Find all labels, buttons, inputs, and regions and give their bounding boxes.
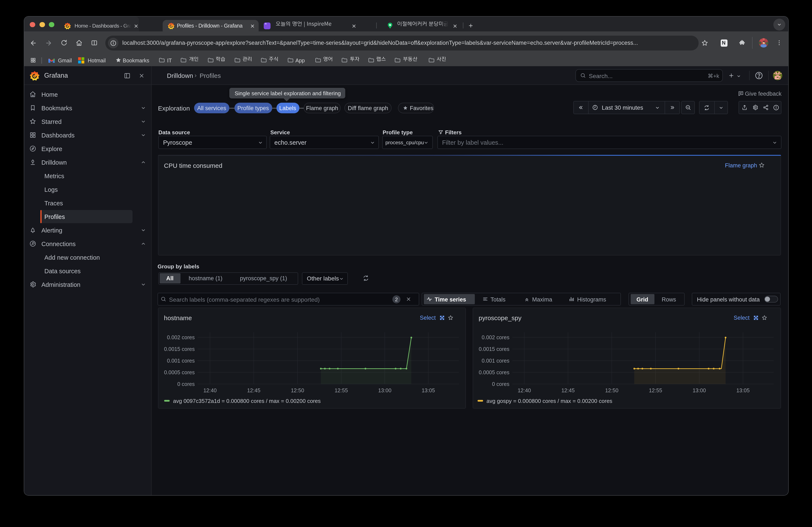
svg-text:0.0005 cores: 0.0005 cores (164, 370, 194, 375)
svg-text:12:55: 12:55 (649, 387, 662, 393)
svg-text:0.001 cores: 0.001 cores (481, 358, 509, 364)
svg-text:0.001 cores: 0.001 cores (167, 358, 194, 364)
svg-text:12:50: 12:50 (605, 387, 618, 393)
svg-text:13:00: 13:00 (693, 387, 706, 393)
svg-text:12:45: 12:45 (247, 387, 260, 393)
svg-text:13:05: 13:05 (421, 387, 435, 393)
svg-text:0 cores: 0 cores (492, 381, 509, 387)
svg-text:12:45: 12:45 (561, 387, 575, 393)
svg-text:0.002 cores: 0.002 cores (481, 334, 509, 340)
svg-text:0.0015 cores: 0.0015 cores (478, 346, 509, 352)
svg-text:avg gospy = 0.000800 cores / m: avg gospy = 0.000800 cores / max = 0.002… (486, 398, 612, 404)
svg-text:0.0005 cores: 0.0005 cores (478, 370, 509, 375)
svg-text:13:05: 13:05 (736, 387, 750, 393)
svg-text:0.002 cores: 0.002 cores (167, 334, 194, 340)
svg-text:12:50: 12:50 (291, 387, 304, 393)
svg-text:12:55: 12:55 (334, 387, 348, 393)
svg-text:0 cores: 0 cores (177, 381, 194, 387)
svg-text:12:40: 12:40 (203, 387, 217, 393)
svg-text:0.0015 cores: 0.0015 cores (164, 346, 194, 352)
svg-text:13:00: 13:00 (378, 387, 391, 393)
svg-text:avg 0097c3572a1d = 0.000800 co: avg 0097c3572a1d = 0.000800 cores / max … (173, 398, 320, 404)
svg-text:12:40: 12:40 (518, 387, 531, 393)
